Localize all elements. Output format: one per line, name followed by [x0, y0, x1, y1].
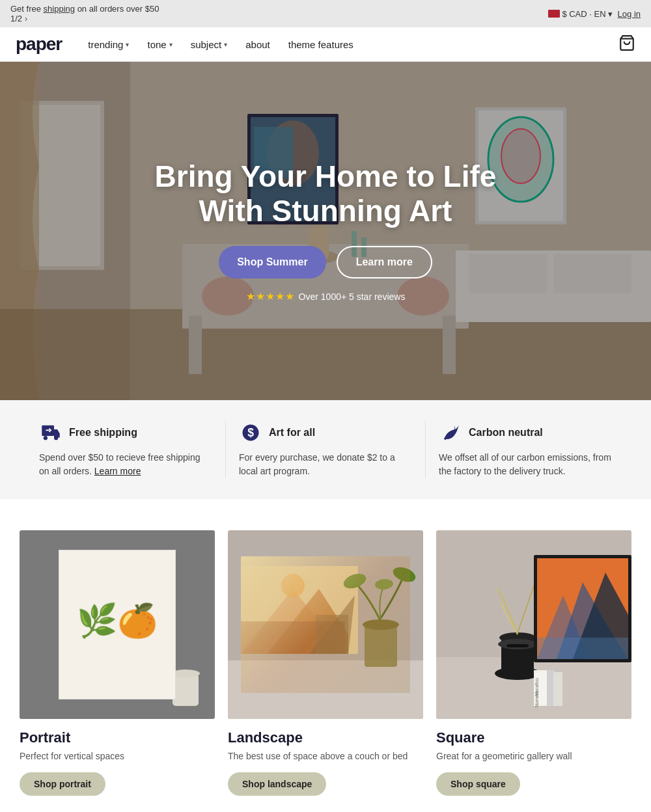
hero-title: Bring Your Home to Life With Stunning Ar… — [143, 159, 508, 228]
star-rating: ★★★★★ — [246, 290, 295, 303]
products-section: Portrait Perfect for vertical spaces Sho… — [0, 499, 651, 812]
product-image-landscape — [228, 530, 423, 719]
hero-buttons: Shop Summer Learn more — [143, 246, 508, 278]
feature-art: $ Art for all For every purchase, we don… — [226, 421, 426, 478]
product-card-portrait: Portrait Perfect for vertical spaces Sho… — [20, 530, 215, 796]
main-nav: trending ▾ tone ▾ subject ▾ about theme … — [88, 39, 618, 50]
site-header: paper trending ▾ tone ▾ subject ▾ about … — [0, 27, 651, 62]
svg-point-43 — [88, 578, 115, 599]
svg-point-42 — [115, 605, 146, 632]
feature-shipping-learn-more[interactable]: Learn more — [94, 466, 141, 476]
features-strip: Free shipping Spend over $50 to recieve … — [0, 400, 651, 499]
svg-rect-77 — [537, 638, 628, 659]
product-desc-square: Great for a geometiric gallery wall — [436, 750, 631, 763]
feature-shipping: Free shipping Spend over $50 to recieve … — [26, 421, 226, 478]
svg-rect-70 — [506, 644, 529, 647]
svg-rect-81 — [553, 672, 562, 706]
svg-rect-50 — [228, 530, 423, 719]
product-desc-landscape: The best use of space above a couch or b… — [228, 750, 423, 763]
svg-rect-36 — [65, 553, 156, 677]
svg-rect-52 — [241, 566, 358, 654]
svg-marker-53 — [241, 589, 345, 654]
svg-rect-48 — [173, 673, 199, 706]
svg-rect-59 — [365, 625, 397, 667]
header-right-actions: $ CAD · EN ▾ Log in — [548, 9, 641, 19]
feature-shipping-title: Free shipping — [69, 427, 137, 439]
svg-point-45 — [96, 633, 112, 649]
nav-item-tone[interactable]: tone ▾ — [147, 39, 172, 50]
nav-item-theme-features[interactable]: theme features — [288, 39, 353, 50]
svg-point-60 — [363, 619, 399, 630]
svg-rect-37 — [72, 560, 150, 670]
nav-item-subject[interactable]: subject ▾ — [191, 39, 228, 50]
feature-carbon-title: Carbon neutral — [469, 427, 543, 439]
hero-content: Bring Your Home to Life With Stunning Ar… — [143, 159, 508, 303]
products-grid: Portrait Perfect for vertical spaces Sho… — [20, 530, 631, 796]
feature-art-title: Art for all — [269, 427, 315, 439]
nav-item-trending[interactable]: trending ▾ — [88, 39, 129, 50]
svg-rect-55 — [241, 621, 345, 654]
dollar-icon: $ — [239, 421, 262, 444]
product-image-square: Mocafico Numero — [436, 530, 631, 719]
svg-point-30 — [44, 436, 48, 440]
svg-text:Numero: Numero — [534, 691, 539, 707]
product-category-square: Square — [436, 729, 631, 746]
svg-point-56 — [281, 574, 305, 597]
currency-selector[interactable]: $ CAD · EN ▾ — [548, 9, 612, 19]
feature-shipping-desc: Spend over $50 to recieve free shipping … — [39, 451, 212, 478]
svg-line-39 — [94, 615, 111, 628]
svg-point-49 — [171, 670, 200, 677]
announcement-text: Get free shipping on all orders over $50… — [10, 4, 164, 23]
shop-summer-button[interactable]: Shop Summer — [219, 246, 326, 278]
feature-carbon-desc: We offset all of our carbon emissions, f… — [439, 451, 612, 478]
svg-point-61 — [342, 571, 368, 591]
hero-reviews: ★★★★★ Over 1000+ 5 star reviews — [143, 290, 508, 303]
svg-marker-54 — [267, 589, 348, 654]
feature-art-desc: For every purchase, we donate $2 to a lo… — [239, 451, 412, 478]
svg-point-46 — [111, 636, 127, 652]
chevron-down-icon: ▾ — [126, 41, 129, 48]
svg-point-31 — [54, 436, 58, 440]
site-logo[interactable]: paper — [16, 34, 62, 55]
svg-point-41 — [73, 595, 104, 622]
svg-point-44 — [107, 571, 133, 593]
product-card-square: Mocafico Numero Square Great for a geome… — [436, 530, 631, 796]
svg-text:$: $ — [247, 426, 254, 439]
cart-icon[interactable] — [618, 34, 635, 54]
svg-point-63 — [374, 578, 393, 590]
currency-chevron: ▾ — [608, 9, 613, 19]
announcement-bar: Get free shipping on all orders over $50… — [0, 0, 651, 27]
canada-flag — [548, 10, 560, 18]
shop-portrait-button[interactable]: Shop portrait — [20, 772, 105, 796]
chevron-down-icon: ▾ — [169, 41, 173, 48]
svg-marker-57 — [309, 595, 355, 654]
nav-item-about[interactable]: about — [245, 39, 270, 50]
shipping-icon — [39, 421, 62, 444]
login-link[interactable]: Log in — [618, 9, 641, 19]
leaf-icon — [439, 421, 462, 444]
shipping-link[interactable]: shipping — [44, 4, 75, 14]
product-category-landscape: Landscape — [228, 729, 423, 746]
announcement-nav: 1/2 › — [10, 14, 164, 23]
chevron-down-icon: ▾ — [224, 41, 227, 48]
learn-more-button[interactable]: Learn more — [337, 246, 432, 278]
feature-carbon: Carbon neutral We offset all of our carb… — [426, 421, 625, 478]
announcement-next-arrow[interactable]: › — [25, 14, 27, 23]
shop-square-button[interactable]: Shop square — [436, 772, 520, 796]
svg-rect-51 — [228, 660, 423, 719]
svg-rect-58 — [316, 615, 348, 654]
product-card-landscape: Landscape The best use of space above a … — [228, 530, 423, 796]
shop-landscape-button[interactable]: Shop landscape — [228, 772, 326, 796]
hero-section: Bring Your Home to Life With Stunning Ar… — [0, 62, 651, 400]
product-category-portrait: Portrait — [20, 729, 215, 746]
product-image-portrait — [20, 530, 215, 719]
product-desc-portrait: Perfect for vertical spaces — [20, 750, 215, 763]
svg-point-47 — [105, 626, 119, 640]
svg-line-40 — [111, 625, 127, 634]
